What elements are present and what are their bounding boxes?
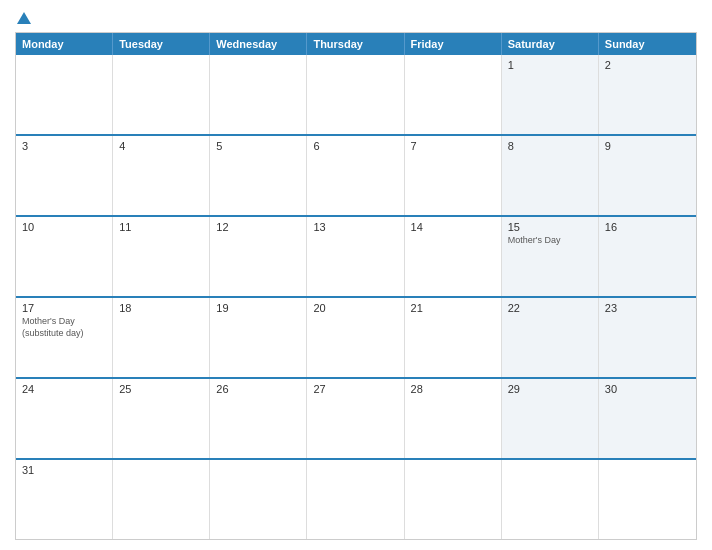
calendar-cell: 6 — [307, 136, 404, 215]
calendar-cell: 18 — [113, 298, 210, 377]
calendar-cell — [16, 55, 113, 134]
calendar-cell — [405, 55, 502, 134]
calendar-week-4: 17Mother's Day (substitute day)181920212… — [16, 296, 696, 377]
logo — [15, 10, 31, 24]
calendar-cell: 25 — [113, 379, 210, 458]
calendar-cell: 24 — [16, 379, 113, 458]
calendar-grid: MondayTuesdayWednesdayThursdayFridaySatu… — [15, 32, 697, 540]
day-header-thursday: Thursday — [307, 33, 404, 55]
calendar-cell: 23 — [599, 298, 696, 377]
calendar-page: MondayTuesdayWednesdayThursdayFridaySatu… — [0, 0, 712, 550]
day-number: 26 — [216, 383, 300, 395]
day-header-monday: Monday — [16, 33, 113, 55]
calendar-cell: 30 — [599, 379, 696, 458]
calendar-cell: 22 — [502, 298, 599, 377]
calendar-week-2: 3456789 — [16, 134, 696, 215]
day-number: 24 — [22, 383, 106, 395]
calendar-cell — [405, 460, 502, 539]
calendar-cell: 19 — [210, 298, 307, 377]
calendar-cell: 10 — [16, 217, 113, 296]
calendar-cell: 17Mother's Day (substitute day) — [16, 298, 113, 377]
calendar-week-1: 12 — [16, 55, 696, 134]
calendar-cell: 8 — [502, 136, 599, 215]
event-label: Mother's Day — [508, 235, 592, 247]
day-number: 6 — [313, 140, 397, 152]
calendar-cell: 4 — [113, 136, 210, 215]
day-header-friday: Friday — [405, 33, 502, 55]
day-number: 5 — [216, 140, 300, 152]
day-number: 15 — [508, 221, 592, 233]
calendar-week-5: 24252627282930 — [16, 377, 696, 458]
day-number: 13 — [313, 221, 397, 233]
day-header-tuesday: Tuesday — [113, 33, 210, 55]
calendar-cell: 1 — [502, 55, 599, 134]
calendar-cell: 14 — [405, 217, 502, 296]
calendar-cell: 11 — [113, 217, 210, 296]
calendar-cell: 7 — [405, 136, 502, 215]
logo-triangle-icon — [17, 12, 31, 24]
day-number: 17 — [22, 302, 106, 314]
day-number: 28 — [411, 383, 495, 395]
day-number: 10 — [22, 221, 106, 233]
day-number: 11 — [119, 221, 203, 233]
calendar-cell — [113, 460, 210, 539]
day-number: 19 — [216, 302, 300, 314]
day-number: 7 — [411, 140, 495, 152]
day-number: 30 — [605, 383, 690, 395]
calendar-cell: 3 — [16, 136, 113, 215]
calendar-cell — [502, 460, 599, 539]
event-label: Mother's Day (substitute day) — [22, 316, 106, 339]
calendar-cell: 20 — [307, 298, 404, 377]
day-number: 20 — [313, 302, 397, 314]
calendar-body: 123456789101112131415Mother's Day1617Mot… — [16, 55, 696, 539]
calendar-cell: 29 — [502, 379, 599, 458]
day-number: 25 — [119, 383, 203, 395]
calendar-cell — [113, 55, 210, 134]
day-number: 4 — [119, 140, 203, 152]
day-number: 2 — [605, 59, 690, 71]
calendar-cell — [210, 460, 307, 539]
day-number: 31 — [22, 464, 106, 476]
day-number: 21 — [411, 302, 495, 314]
calendar-cell: 2 — [599, 55, 696, 134]
calendar-header-row: MondayTuesdayWednesdayThursdayFridaySatu… — [16, 33, 696, 55]
calendar-week-3: 101112131415Mother's Day16 — [16, 215, 696, 296]
day-number: 1 — [508, 59, 592, 71]
calendar-cell: 5 — [210, 136, 307, 215]
day-number: 29 — [508, 383, 592, 395]
calendar-cell: 13 — [307, 217, 404, 296]
day-number: 8 — [508, 140, 592, 152]
day-number: 14 — [411, 221, 495, 233]
calendar-cell: 9 — [599, 136, 696, 215]
calendar-cell: 16 — [599, 217, 696, 296]
day-header-wednesday: Wednesday — [210, 33, 307, 55]
calendar-cell: 28 — [405, 379, 502, 458]
calendar-cell: 31 — [16, 460, 113, 539]
day-header-sunday: Sunday — [599, 33, 696, 55]
calendar-week-6: 31 — [16, 458, 696, 539]
calendar-cell — [599, 460, 696, 539]
day-number: 18 — [119, 302, 203, 314]
day-number: 22 — [508, 302, 592, 314]
day-number: 12 — [216, 221, 300, 233]
day-number: 3 — [22, 140, 106, 152]
day-number: 16 — [605, 221, 690, 233]
calendar-cell: 27 — [307, 379, 404, 458]
day-number: 27 — [313, 383, 397, 395]
calendar-cell — [210, 55, 307, 134]
day-number: 23 — [605, 302, 690, 314]
calendar-cell — [307, 460, 404, 539]
logo-general-text — [15, 10, 31, 24]
calendar-cell: 12 — [210, 217, 307, 296]
day-number: 9 — [605, 140, 690, 152]
calendar-cell: 15Mother's Day — [502, 217, 599, 296]
day-header-saturday: Saturday — [502, 33, 599, 55]
calendar-cell — [307, 55, 404, 134]
page-header — [15, 10, 697, 24]
calendar-cell: 26 — [210, 379, 307, 458]
calendar-cell: 21 — [405, 298, 502, 377]
